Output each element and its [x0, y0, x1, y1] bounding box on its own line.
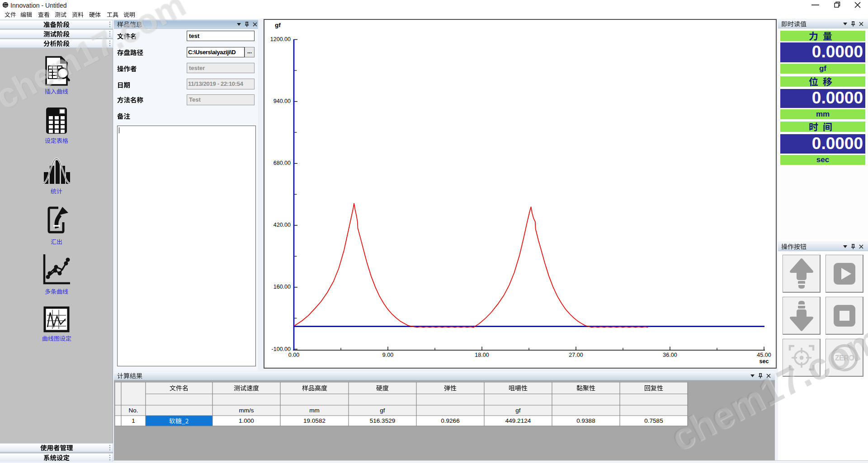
- svg-text:ZERO: ZERO: [835, 354, 854, 362]
